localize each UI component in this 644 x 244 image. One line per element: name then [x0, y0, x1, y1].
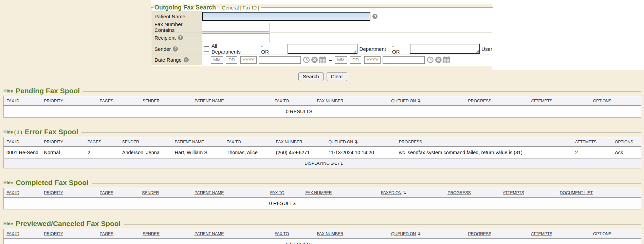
column-header-label[interactable]: ATTEMPTS [503, 190, 524, 195]
column-header-label[interactable]: FAX ID [6, 140, 19, 144]
cell-queued-on: 11-13-2024 10:14:20 [328, 147, 399, 159]
column-header-label[interactable]: PAGES [100, 231, 113, 236]
help-icon[interactable]: ? [184, 57, 189, 62]
column-header-label[interactable]: FAXED ON [381, 190, 402, 195]
spool-section-error: Hide ( 1 )Error Fax SpoolFAX IDPRIORITYP… [0, 128, 644, 168]
column-header-label[interactable]: SENDER [143, 231, 160, 236]
fax-number-input[interactable] [202, 23, 270, 32]
column-header-label[interactable]: PROGRESS [447, 190, 471, 195]
column-header-label[interactable]: FAX NUMBER [317, 99, 343, 103]
search-button-bar: Search Clear [298, 72, 347, 81]
column-header-label[interactable]: PAGES [88, 140, 101, 144]
start-day-input[interactable] [226, 56, 237, 64]
view-link-general[interactable]: General [222, 5, 239, 11]
header-row: FAX IDPRIORITYPAGESSENDERPATIENT NAMEFAX… [4, 96, 641, 106]
column-header-label[interactable]: FAX ID [6, 99, 19, 103]
hide-link-pending[interactable]: Hide [3, 88, 13, 94]
section-rule [92, 183, 641, 184]
column-header-label[interactable]: FAX ID [6, 231, 19, 236]
all-departments-checkbox[interactable] [204, 46, 209, 52]
column-header-label[interactable]: FAX TO [275, 231, 289, 236]
column-header-label[interactable]: FAX TO [275, 99, 289, 103]
form-title: Outgoing Fax Search [154, 4, 216, 11]
calendar-icon[interactable] [319, 56, 326, 63]
column-header-label[interactable]: ATTEMPTS [575, 140, 596, 144]
sender-row: Sender ? All Departments -OR- Department… [152, 43, 492, 55]
recipient-input[interactable] [202, 33, 270, 42]
section-heading-previewed: HidePreviewed/Canceled Fax Spool [3, 220, 641, 228]
end-day-input[interactable] [350, 56, 361, 64]
clear-date-icon[interactable] [435, 56, 442, 63]
date-range-row: Date Range ? - - – [152, 55, 492, 65]
column-header-label[interactable]: PROGRESS [468, 99, 491, 103]
empty-results-row: 0 RESULTS [4, 239, 641, 244]
hide-link-completed[interactable]: Hide [3, 180, 13, 185]
column-header-label[interactable]: QUEUED ON [391, 99, 416, 103]
column-header-priority: PRIORITY [44, 96, 99, 106]
column-header-label[interactable]: FAX NUMBER [276, 140, 302, 144]
start-time-input[interactable] [259, 56, 301, 64]
department-input[interactable] [288, 44, 357, 54]
search-button[interactable]: Search [298, 72, 324, 81]
column-header-label[interactable]: FAX ID [6, 190, 19, 195]
spool-sections: HidePending Fax SpoolFAX IDPRIORITYPAGES… [0, 87, 644, 244]
column-header-label[interactable]: QUEUED ON [391, 231, 416, 236]
fax-number-row: Fax Number Contains [152, 22, 492, 33]
column-header-label[interactable]: PATIENT NAME [195, 99, 224, 103]
end-time-input[interactable] [383, 56, 425, 64]
column-header-label[interactable]: PAGES [100, 99, 113, 103]
patient-name-input[interactable] [202, 12, 370, 21]
user-input[interactable] [410, 44, 480, 54]
column-header-label[interactable]: ATTEMPTS [531, 99, 552, 103]
column-header-label: OPTIONS [615, 140, 633, 144]
column-header-label[interactable]: PRIORITY [44, 140, 63, 144]
resize-handle-icon [354, 50, 356, 53]
empty-results-row: 0 RESULTS [4, 198, 641, 209]
start-month-input[interactable] [211, 56, 223, 64]
column-header-label[interactable]: PRIORITY [44, 190, 63, 195]
column-header-label[interactable]: DOCUMENT LIST [560, 190, 593, 195]
help-icon[interactable]: ? [178, 35, 183, 40]
view-switcher: | General | Fax ID | [219, 5, 259, 11]
hide-link-error[interactable]: Hide ( 1 ) [3, 129, 22, 135]
column-header-label[interactable]: FAX NUMBER [317, 231, 343, 236]
column-header-fax-to: FAX TO [275, 96, 317, 106]
column-header-label[interactable]: PATIENT NAME [195, 190, 224, 195]
column-header-label[interactable]: FAX TO [226, 140, 241, 144]
column-header-label[interactable]: SENDER [122, 140, 139, 144]
column-header-attempts: ATTEMPTS [575, 137, 615, 147]
fax-number-label: Fax Number Contains [152, 22, 202, 32]
column-header-label[interactable]: PAGES [100, 190, 113, 195]
column-header-attempts: ATTEMPTS [531, 96, 593, 106]
column-header-label[interactable]: ATTEMPTS [531, 231, 552, 236]
clock-icon[interactable] [303, 56, 310, 63]
column-header-label[interactable]: SENDER [142, 190, 159, 195]
clear-date-icon[interactable] [311, 56, 318, 63]
search-form-legend: Outgoing Fax Search | General | Fax ID | [153, 4, 261, 11]
help-icon[interactable]: ? [372, 14, 378, 19]
column-header-label[interactable]: PROGRESS [468, 231, 491, 236]
hide-link-previewed[interactable]: Hide [3, 221, 13, 226]
column-header-label[interactable]: SENDER [143, 99, 160, 103]
column-header-sender: SENDER [122, 137, 175, 147]
column-header-label[interactable]: PRIORITY [44, 99, 63, 103]
column-header-label[interactable]: QUEUED ON [328, 140, 353, 144]
column-header-label[interactable]: PROGRESS [399, 140, 422, 144]
help-icon[interactable]: ? [173, 46, 178, 52]
view-link-fax-id[interactable]: Fax ID [243, 5, 257, 11]
clock-icon[interactable] [427, 56, 434, 63]
column-header-label[interactable]: PATIENT NAME [195, 231, 224, 236]
cell-options[interactable]: Ack [615, 147, 641, 159]
end-month-input[interactable] [335, 56, 347, 64]
column-header-label[interactable]: PRIORITY [44, 231, 63, 236]
section-title-error: Error Fax Spool [25, 128, 78, 136]
calendar-icon[interactable] [443, 56, 450, 63]
column-header-label[interactable]: FAX NUMBER [305, 190, 332, 195]
column-header-label[interactable]: FAX TO [270, 190, 284, 195]
column-header-label[interactable]: PATIENT NAME [174, 140, 204, 144]
column-header-label: OPTIONS [593, 99, 611, 103]
end-year-input[interactable] [364, 56, 381, 64]
start-year-input[interactable] [240, 56, 257, 64]
clear-button[interactable]: Clear [327, 72, 348, 81]
patient-name-row: Patient Name ? [152, 11, 492, 22]
